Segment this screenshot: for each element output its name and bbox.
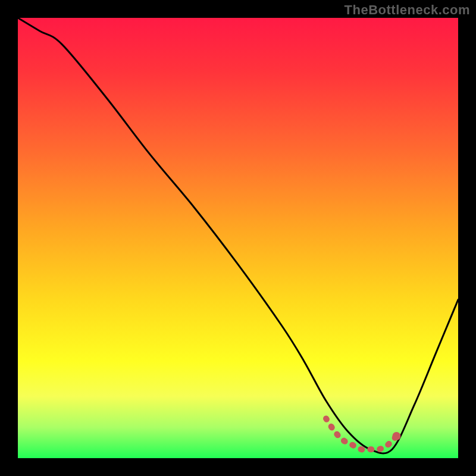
highlight-end-dot — [392, 432, 400, 440]
chart-container: TheBottleneck.com — [0, 0, 476, 476]
watermark-text: TheBottleneck.com — [345, 2, 470, 18]
plot-area — [18, 18, 458, 458]
main-curve — [18, 18, 458, 453]
curve-layer — [18, 18, 458, 458]
